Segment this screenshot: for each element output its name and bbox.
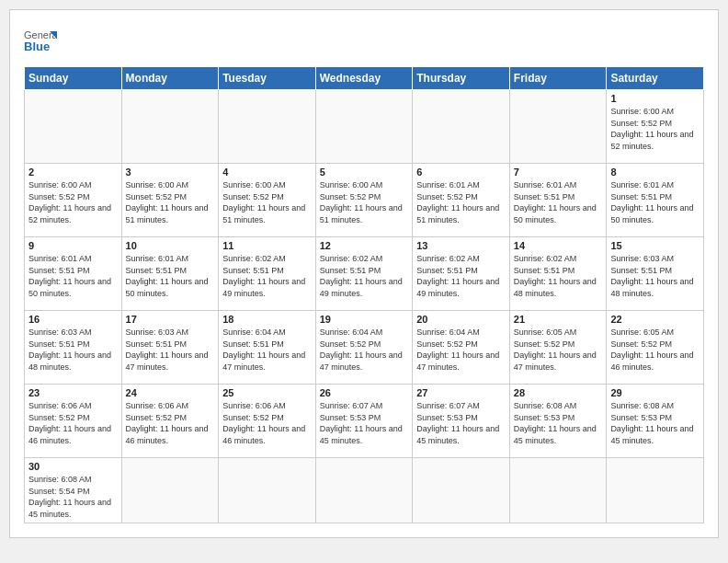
- day-number: 17: [126, 314, 215, 325]
- day-info: Sunrise: 6:00 AMSunset: 5:52 PMDaylight:…: [222, 179, 312, 225]
- day-info: Sunrise: 6:07 AMSunset: 5:53 PMDaylight:…: [320, 400, 409, 446]
- day-number: 10: [126, 240, 215, 251]
- day-header-friday: Friday: [509, 67, 607, 90]
- calendar-cell: 18Sunrise: 6:04 AMSunset: 5:51 PMDayligh…: [219, 311, 316, 385]
- day-info: Sunrise: 6:03 AMSunset: 5:51 PMDaylight:…: [28, 327, 118, 373]
- calendar-cell: [219, 90, 316, 164]
- day-info: Sunrise: 6:05 AMSunset: 5:52 PMDaylight:…: [610, 327, 700, 373]
- day-number: 24: [126, 387, 215, 398]
- calendar-cell: 3Sunrise: 6:00 AMSunset: 5:52 PMDaylight…: [121, 164, 219, 237]
- calendar-cell: [219, 458, 316, 523]
- day-info: Sunrise: 6:00 AMSunset: 5:52 PMDaylight:…: [610, 106, 700, 152]
- day-info: Sunrise: 6:02 AMSunset: 5:51 PMDaylight:…: [222, 253, 312, 299]
- day-number: 7: [514, 167, 603, 178]
- day-number: 14: [514, 240, 603, 251]
- day-number: 23: [28, 387, 118, 398]
- day-header-tuesday: Tuesday: [219, 67, 316, 90]
- day-number: 8: [610, 167, 700, 178]
- header: General Blue: [24, 24, 704, 57]
- week-row-5: 23Sunrise: 6:06 AMSunset: 5:52 PMDayligh…: [25, 385, 704, 458]
- day-header-wednesday: Wednesday: [315, 67, 413, 90]
- day-number: 27: [416, 387, 506, 398]
- day-info: Sunrise: 6:02 AMSunset: 5:51 PMDaylight:…: [320, 253, 409, 299]
- calendar-cell: 12Sunrise: 6:02 AMSunset: 5:51 PMDayligh…: [315, 237, 413, 311]
- day-info: Sunrise: 6:03 AMSunset: 5:51 PMDaylight:…: [610, 253, 700, 299]
- calendar-body: 1Sunrise: 6:00 AMSunset: 5:52 PMDaylight…: [25, 90, 704, 523]
- calendar-cell: [607, 458, 704, 523]
- calendar-cell: 5Sunrise: 6:00 AMSunset: 5:52 PMDaylight…: [315, 164, 413, 237]
- calendar-cell: 29Sunrise: 6:08 AMSunset: 5:53 PMDayligh…: [607, 385, 704, 458]
- week-row-6: 30Sunrise: 6:08 AMSunset: 5:54 PMDayligh…: [25, 458, 704, 523]
- day-info: Sunrise: 6:00 AMSunset: 5:52 PMDaylight:…: [320, 179, 409, 225]
- day-header-thursday: Thursday: [413, 67, 510, 90]
- calendar-cell: [121, 458, 219, 523]
- calendar-cell: 10Sunrise: 6:01 AMSunset: 5:51 PMDayligh…: [121, 237, 219, 311]
- day-number: 11: [222, 240, 312, 251]
- day-info: Sunrise: 6:04 AMSunset: 5:52 PMDaylight:…: [320, 327, 409, 373]
- day-number: 20: [416, 314, 506, 325]
- day-info: Sunrise: 6:05 AMSunset: 5:52 PMDaylight:…: [514, 327, 603, 373]
- day-info: Sunrise: 6:08 AMSunset: 5:53 PMDaylight:…: [610, 400, 700, 446]
- calendar-cell: 25Sunrise: 6:06 AMSunset: 5:52 PMDayligh…: [219, 385, 316, 458]
- day-info: Sunrise: 6:00 AMSunset: 5:52 PMDaylight:…: [126, 179, 215, 225]
- day-info: Sunrise: 6:01 AMSunset: 5:52 PMDaylight:…: [416, 179, 506, 225]
- day-info: Sunrise: 6:06 AMSunset: 5:52 PMDaylight:…: [126, 400, 215, 446]
- calendar-cell: 30Sunrise: 6:08 AMSunset: 5:54 PMDayligh…: [25, 458, 122, 523]
- day-info: Sunrise: 6:04 AMSunset: 5:51 PMDaylight:…: [222, 327, 312, 373]
- calendar-cell: 22Sunrise: 6:05 AMSunset: 5:52 PMDayligh…: [607, 311, 704, 385]
- calendar-cell: 23Sunrise: 6:06 AMSunset: 5:52 PMDayligh…: [25, 385, 122, 458]
- day-info: Sunrise: 6:01 AMSunset: 5:51 PMDaylight:…: [610, 179, 700, 225]
- day-info: Sunrise: 6:02 AMSunset: 5:51 PMDaylight:…: [416, 253, 506, 299]
- calendar-table: SundayMondayTuesdayWednesdayThursdayFrid…: [24, 66, 704, 523]
- day-header-sunday: Sunday: [25, 67, 122, 90]
- logo-icon: General Blue: [24, 24, 57, 57]
- day-info: Sunrise: 6:02 AMSunset: 5:51 PMDaylight:…: [514, 253, 603, 299]
- logo: General Blue: [24, 24, 57, 57]
- calendar-cell: [121, 90, 219, 164]
- calendar-cell: 20Sunrise: 6:04 AMSunset: 5:52 PMDayligh…: [413, 311, 510, 385]
- calendar-cell: 26Sunrise: 6:07 AMSunset: 5:53 PMDayligh…: [315, 385, 413, 458]
- day-number: 6: [416, 167, 506, 178]
- day-number: 22: [610, 314, 700, 325]
- day-info: Sunrise: 6:04 AMSunset: 5:52 PMDaylight:…: [416, 327, 506, 373]
- day-number: 26: [320, 387, 409, 398]
- calendar-cell: 14Sunrise: 6:02 AMSunset: 5:51 PMDayligh…: [509, 237, 607, 311]
- calendar-cell: 27Sunrise: 6:07 AMSunset: 5:53 PMDayligh…: [413, 385, 510, 458]
- calendar-cell: 28Sunrise: 6:08 AMSunset: 5:53 PMDayligh…: [509, 385, 607, 458]
- day-number: 16: [28, 314, 118, 325]
- day-number: 28: [514, 387, 603, 398]
- calendar-cell: 11Sunrise: 6:02 AMSunset: 5:51 PMDayligh…: [219, 237, 316, 311]
- week-row-4: 16Sunrise: 6:03 AMSunset: 5:51 PMDayligh…: [25, 311, 704, 385]
- calendar-cell: 24Sunrise: 6:06 AMSunset: 5:52 PMDayligh…: [121, 385, 219, 458]
- day-info: Sunrise: 6:06 AMSunset: 5:52 PMDaylight:…: [28, 400, 118, 446]
- day-number: 1: [610, 93, 700, 104]
- day-number: 30: [28, 461, 118, 472]
- day-number: 9: [28, 240, 118, 251]
- calendar-cell: [25, 90, 122, 164]
- day-number: 18: [222, 314, 312, 325]
- calendar-cell: [315, 90, 413, 164]
- day-number: 29: [610, 387, 700, 398]
- day-number: 3: [126, 167, 215, 178]
- day-number: 2: [28, 167, 118, 178]
- calendar-cell: 9Sunrise: 6:01 AMSunset: 5:51 PMDaylight…: [25, 237, 122, 311]
- calendar-cell: 13Sunrise: 6:02 AMSunset: 5:51 PMDayligh…: [413, 237, 510, 311]
- day-number: 12: [320, 240, 409, 251]
- week-row-3: 9Sunrise: 6:01 AMSunset: 5:51 PMDaylight…: [25, 237, 704, 311]
- day-number: 4: [222, 167, 312, 178]
- day-info: Sunrise: 6:01 AMSunset: 5:51 PMDaylight:…: [126, 253, 215, 299]
- day-info: Sunrise: 6:01 AMSunset: 5:51 PMDaylight:…: [28, 253, 118, 299]
- day-number: 21: [514, 314, 603, 325]
- calendar-cell: 16Sunrise: 6:03 AMSunset: 5:51 PMDayligh…: [25, 311, 122, 385]
- day-info: Sunrise: 6:07 AMSunset: 5:53 PMDaylight:…: [416, 400, 506, 446]
- day-info: Sunrise: 6:08 AMSunset: 5:53 PMDaylight:…: [514, 400, 603, 446]
- day-number: 15: [610, 240, 700, 251]
- day-header-saturday: Saturday: [607, 67, 704, 90]
- calendar-cell: 2Sunrise: 6:00 AMSunset: 5:52 PMDaylight…: [25, 164, 122, 237]
- day-number: 13: [416, 240, 506, 251]
- day-number: 25: [222, 387, 312, 398]
- week-row-2: 2Sunrise: 6:00 AMSunset: 5:52 PMDaylight…: [25, 164, 704, 237]
- calendar-cell: 6Sunrise: 6:01 AMSunset: 5:52 PMDaylight…: [413, 164, 510, 237]
- calendar-cell: 1Sunrise: 6:00 AMSunset: 5:52 PMDaylight…: [607, 90, 704, 164]
- day-number: 5: [320, 167, 409, 178]
